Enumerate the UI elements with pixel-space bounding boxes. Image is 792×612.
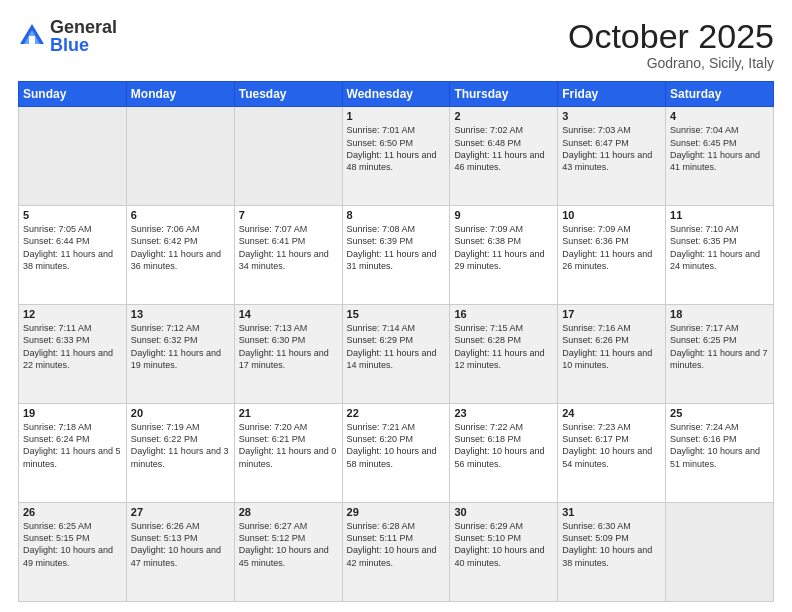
- day-number: 15: [347, 308, 446, 320]
- calendar-cell: 15Sunrise: 7:14 AMSunset: 6:29 PMDayligh…: [342, 305, 450, 404]
- weekday-header-monday: Monday: [126, 82, 234, 107]
- day-number: 29: [347, 506, 446, 518]
- calendar-cell: 1Sunrise: 7:01 AMSunset: 6:50 PMDaylight…: [342, 107, 450, 206]
- day-number: 17: [562, 308, 661, 320]
- title-block: October 2025 Godrano, Sicily, Italy: [568, 18, 774, 71]
- day-number: 2: [454, 110, 553, 122]
- calendar-cell: 7Sunrise: 7:07 AMSunset: 6:41 PMDaylight…: [234, 206, 342, 305]
- weekday-header-friday: Friday: [558, 82, 666, 107]
- day-number: 12: [23, 308, 122, 320]
- calendar-cell: 24Sunrise: 7:23 AMSunset: 6:17 PMDayligh…: [558, 404, 666, 503]
- day-info: Sunrise: 7:02 AMSunset: 6:48 PMDaylight:…: [454, 124, 553, 173]
- day-number: 7: [239, 209, 338, 221]
- calendar-cell: 26Sunrise: 6:25 AMSunset: 5:15 PMDayligh…: [19, 503, 127, 602]
- day-info: Sunrise: 7:19 AMSunset: 6:22 PMDaylight:…: [131, 421, 230, 470]
- day-info: Sunrise: 6:27 AMSunset: 5:12 PMDaylight:…: [239, 520, 338, 569]
- day-info: Sunrise: 7:18 AMSunset: 6:24 PMDaylight:…: [23, 421, 122, 470]
- day-number: 30: [454, 506, 553, 518]
- calendar-cell: 16Sunrise: 7:15 AMSunset: 6:28 PMDayligh…: [450, 305, 558, 404]
- calendar-cell: 20Sunrise: 7:19 AMSunset: 6:22 PMDayligh…: [126, 404, 234, 503]
- month-title: October 2025: [568, 18, 774, 55]
- calendar-row: 5Sunrise: 7:05 AMSunset: 6:44 PMDaylight…: [19, 206, 774, 305]
- day-number: 11: [670, 209, 769, 221]
- day-info: Sunrise: 7:04 AMSunset: 6:45 PMDaylight:…: [670, 124, 769, 173]
- day-info: Sunrise: 7:01 AMSunset: 6:50 PMDaylight:…: [347, 124, 446, 173]
- calendar-cell: 29Sunrise: 6:28 AMSunset: 5:11 PMDayligh…: [342, 503, 450, 602]
- calendar-cell: 8Sunrise: 7:08 AMSunset: 6:39 PMDaylight…: [342, 206, 450, 305]
- day-info: Sunrise: 7:10 AMSunset: 6:35 PMDaylight:…: [670, 223, 769, 272]
- day-info: Sunrise: 7:22 AMSunset: 6:18 PMDaylight:…: [454, 421, 553, 470]
- calendar-cell: [126, 107, 234, 206]
- calendar-cell: [234, 107, 342, 206]
- logo-blue-text: Blue: [50, 36, 117, 54]
- day-info: Sunrise: 7:12 AMSunset: 6:32 PMDaylight:…: [131, 322, 230, 371]
- calendar-cell: 13Sunrise: 7:12 AMSunset: 6:32 PMDayligh…: [126, 305, 234, 404]
- day-info: Sunrise: 7:23 AMSunset: 6:17 PMDaylight:…: [562, 421, 661, 470]
- calendar-row: 19Sunrise: 7:18 AMSunset: 6:24 PMDayligh…: [19, 404, 774, 503]
- day-info: Sunrise: 7:03 AMSunset: 6:47 PMDaylight:…: [562, 124, 661, 173]
- day-number: 18: [670, 308, 769, 320]
- day-info: Sunrise: 7:17 AMSunset: 6:25 PMDaylight:…: [670, 322, 769, 371]
- page: General Blue October 2025 Godrano, Sicil…: [0, 0, 792, 612]
- svg-rect-2: [29, 36, 35, 44]
- day-number: 20: [131, 407, 230, 419]
- day-info: Sunrise: 7:24 AMSunset: 6:16 PMDaylight:…: [670, 421, 769, 470]
- weekday-header-saturday: Saturday: [666, 82, 774, 107]
- header: General Blue October 2025 Godrano, Sicil…: [18, 18, 774, 71]
- calendar-cell: 9Sunrise: 7:09 AMSunset: 6:38 PMDaylight…: [450, 206, 558, 305]
- day-number: 14: [239, 308, 338, 320]
- calendar-cell: 4Sunrise: 7:04 AMSunset: 6:45 PMDaylight…: [666, 107, 774, 206]
- day-number: 23: [454, 407, 553, 419]
- day-info: Sunrise: 7:15 AMSunset: 6:28 PMDaylight:…: [454, 322, 553, 371]
- weekday-header-sunday: Sunday: [19, 82, 127, 107]
- weekday-header-wednesday: Wednesday: [342, 82, 450, 107]
- logo-text: General Blue: [50, 18, 117, 54]
- day-number: 24: [562, 407, 661, 419]
- logo-general-text: General: [50, 18, 117, 36]
- day-info: Sunrise: 6:26 AMSunset: 5:13 PMDaylight:…: [131, 520, 230, 569]
- day-number: 31: [562, 506, 661, 518]
- day-info: Sunrise: 7:05 AMSunset: 6:44 PMDaylight:…: [23, 223, 122, 272]
- logo: General Blue: [18, 18, 117, 54]
- calendar-cell: 23Sunrise: 7:22 AMSunset: 6:18 PMDayligh…: [450, 404, 558, 503]
- calendar-cell: 2Sunrise: 7:02 AMSunset: 6:48 PMDaylight…: [450, 107, 558, 206]
- calendar-row: 12Sunrise: 7:11 AMSunset: 6:33 PMDayligh…: [19, 305, 774, 404]
- weekday-header-thursday: Thursday: [450, 82, 558, 107]
- day-number: 8: [347, 209, 446, 221]
- day-number: 1: [347, 110, 446, 122]
- day-info: Sunrise: 6:25 AMSunset: 5:15 PMDaylight:…: [23, 520, 122, 569]
- day-number: 5: [23, 209, 122, 221]
- day-number: 13: [131, 308, 230, 320]
- day-info: Sunrise: 7:06 AMSunset: 6:42 PMDaylight:…: [131, 223, 230, 272]
- calendar-cell: 5Sunrise: 7:05 AMSunset: 6:44 PMDaylight…: [19, 206, 127, 305]
- day-info: Sunrise: 7:11 AMSunset: 6:33 PMDaylight:…: [23, 322, 122, 371]
- calendar-cell: 3Sunrise: 7:03 AMSunset: 6:47 PMDaylight…: [558, 107, 666, 206]
- calendar-cell: 19Sunrise: 7:18 AMSunset: 6:24 PMDayligh…: [19, 404, 127, 503]
- day-info: Sunrise: 7:07 AMSunset: 6:41 PMDaylight:…: [239, 223, 338, 272]
- day-number: 21: [239, 407, 338, 419]
- calendar-cell: 25Sunrise: 7:24 AMSunset: 6:16 PMDayligh…: [666, 404, 774, 503]
- day-number: 22: [347, 407, 446, 419]
- day-number: 6: [131, 209, 230, 221]
- calendar-row: 26Sunrise: 6:25 AMSunset: 5:15 PMDayligh…: [19, 503, 774, 602]
- calendar-cell: 14Sunrise: 7:13 AMSunset: 6:30 PMDayligh…: [234, 305, 342, 404]
- location: Godrano, Sicily, Italy: [568, 55, 774, 71]
- day-info: Sunrise: 6:29 AMSunset: 5:10 PMDaylight:…: [454, 520, 553, 569]
- day-number: 9: [454, 209, 553, 221]
- day-number: 16: [454, 308, 553, 320]
- day-info: Sunrise: 7:09 AMSunset: 6:38 PMDaylight:…: [454, 223, 553, 272]
- calendar-cell: 21Sunrise: 7:20 AMSunset: 6:21 PMDayligh…: [234, 404, 342, 503]
- calendar-cell: 28Sunrise: 6:27 AMSunset: 5:12 PMDayligh…: [234, 503, 342, 602]
- day-number: 3: [562, 110, 661, 122]
- day-number: 26: [23, 506, 122, 518]
- calendar-cell: 10Sunrise: 7:09 AMSunset: 6:36 PMDayligh…: [558, 206, 666, 305]
- weekday-header-tuesday: Tuesday: [234, 82, 342, 107]
- calendar-cell: 11Sunrise: 7:10 AMSunset: 6:35 PMDayligh…: [666, 206, 774, 305]
- calendar-cell: 22Sunrise: 7:21 AMSunset: 6:20 PMDayligh…: [342, 404, 450, 503]
- calendar-cell: 17Sunrise: 7:16 AMSunset: 6:26 PMDayligh…: [558, 305, 666, 404]
- calendar-cell: 30Sunrise: 6:29 AMSunset: 5:10 PMDayligh…: [450, 503, 558, 602]
- day-number: 28: [239, 506, 338, 518]
- day-info: Sunrise: 7:20 AMSunset: 6:21 PMDaylight:…: [239, 421, 338, 470]
- calendar-cell: 18Sunrise: 7:17 AMSunset: 6:25 PMDayligh…: [666, 305, 774, 404]
- calendar-cell: 12Sunrise: 7:11 AMSunset: 6:33 PMDayligh…: [19, 305, 127, 404]
